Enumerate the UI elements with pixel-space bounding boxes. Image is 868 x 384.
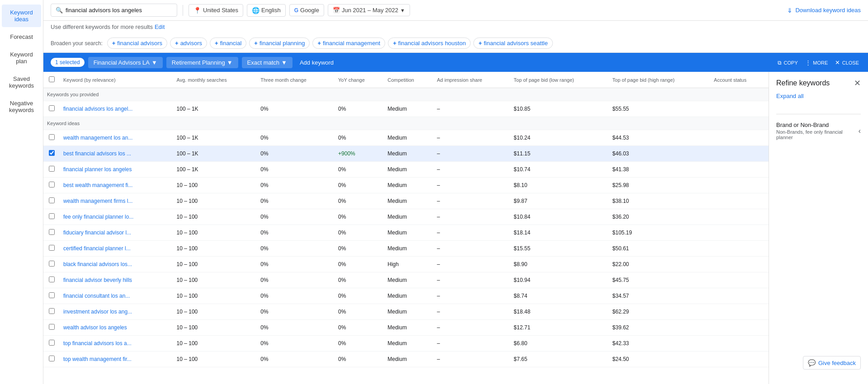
row-checkbox-cell[interactable] [43,225,60,241]
language-label: English [261,7,281,14]
selected-count-badge: 1 selected [51,58,85,67]
search-icon: 🔍 [56,7,63,14]
table-area: Keyword (by relevance) Avg. monthly sear… [43,72,769,384]
edit-link[interactable]: Edit [155,23,165,30]
sidebar-item-keyword-ideas[interactable]: Keyword ideas [2,5,41,27]
give-feedback-button[interactable]: 💬 Give feedback [803,356,861,370]
copy-button[interactable]: ⧉ COPY [776,56,800,68]
row-checkbox[interactable] [49,213,55,219]
row-checkbox[interactable] [49,229,55,235]
col-low-bid: Top of page bid (low range) [510,72,609,88]
broaden-chip-financial-planning[interactable]: + financial planning [249,37,310,49]
match-filter-button[interactable]: Exact match ▼ [242,57,292,68]
engine-selector[interactable]: G Google [289,4,324,16]
high-bid-cell: $25.98 [609,178,711,193]
row-checkbox-cell[interactable] [43,146,60,162]
more-icon: ⋮ [805,59,811,66]
avg-monthly-cell: 10 – 100 [173,351,257,367]
yoy-cell: 0% [335,193,384,209]
row-checkbox[interactable] [49,166,55,172]
broaden-chip-financial[interactable]: + financial [210,37,246,49]
row-checkbox-cell[interactable] [43,178,60,193]
row-checkbox-cell[interactable] [43,320,60,336]
avg-monthly-cell: 10 – 100 [173,193,257,209]
keyword-cell: financial consultant los an... [60,288,173,304]
yoy-cell: 0% [335,178,384,193]
low-bid-cell: $18.14 [510,225,609,241]
yoy-cell: 0% [335,209,384,225]
row-checkbox-cell[interactable] [43,257,60,272]
broaden-chip-financial-advisors-houston[interactable]: + financial advisors houston [388,37,471,49]
low-bid-cell: $11.15 [510,146,609,162]
row-checkbox-cell[interactable] [43,101,60,117]
keyword-cell: investment advisor los ang... [60,304,173,320]
close-button[interactable]: ✕ CLOSE [833,56,861,68]
broaden-chip-financial-advisors-seattle[interactable]: + financial advisors seattle [473,37,552,49]
row-checkbox[interactable] [49,276,55,282]
location-selector[interactable]: 📍 United States [189,4,243,17]
row-checkbox[interactable] [49,150,55,156]
row-checkbox[interactable] [49,105,55,111]
three-month-cell: 0% [257,178,335,193]
avg-monthly-cell: 100 – 1K [173,130,257,146]
keyword-cell: top wealth management fir... [60,351,173,367]
divider-1 [183,5,183,16]
broaden-chip-advisors[interactable]: + advisors [170,37,207,49]
row-checkbox-cell[interactable] [43,241,60,257]
section-label-provided: Keywords you provided [43,88,769,101]
expand-all-button[interactable]: Expand all [776,93,861,99]
sidebar-item-negative-keywords[interactable]: Negative keywords [2,95,41,118]
planning-filter-button[interactable]: Retirement Planning ▼ [166,57,238,68]
broaden-chip-financial-management[interactable]: + financial management [312,37,385,49]
row-checkbox-cell[interactable] [43,130,60,146]
row-checkbox-cell[interactable] [43,209,60,225]
row-checkbox-cell[interactable] [43,193,60,209]
panel-section-subtitle: Non-Brands, fee only financial planner [776,129,859,140]
download-button[interactable]: ⇓ Download keyword ideas [787,7,861,14]
yoy-cell: 0% [335,225,384,241]
row-checkbox[interactable] [49,197,55,203]
panel-chevron-icon[interactable]: ‹ [859,127,861,135]
low-bid-cell: $10.85 [510,101,609,117]
row-checkbox[interactable] [49,261,55,267]
group-filter-button[interactable]: Financial Advisors LA ▼ [88,57,163,68]
search-box[interactable]: 🔍 [51,4,177,17]
row-checkbox-cell[interactable] [43,162,60,178]
account-status-cell [710,101,769,117]
date-range-selector[interactable]: 📅 Jun 2021 – May 2022 ▼ [328,4,410,16]
row-checkbox[interactable] [49,308,55,314]
sidebar-item-saved-keywords[interactable]: Saved keywords [2,71,41,94]
yoy-cell: 0% [335,241,384,257]
row-checkbox[interactable] [49,340,55,346]
table-header-row: Keyword (by relevance) Avg. monthly sear… [43,72,769,88]
row-checkbox[interactable] [49,245,55,251]
row-checkbox[interactable] [49,324,55,330]
planning-label: Retirement Planning [172,59,225,66]
row-checkbox-cell[interactable] [43,336,60,351]
select-all-checkbox[interactable] [49,76,55,82]
row-checkbox[interactable] [49,356,55,361]
row-checkbox-cell[interactable] [43,304,60,320]
language-selector[interactable]: 🌐 English [247,4,286,17]
row-checkbox-cell[interactable] [43,272,60,288]
row-checkbox-cell[interactable] [43,351,60,367]
account-status-cell [710,209,769,225]
select-all-checkbox-header[interactable] [43,72,60,88]
low-bid-cell: $6.80 [510,336,609,351]
row-checkbox[interactable] [49,182,55,187]
competition-cell: Medium [384,162,433,178]
row-checkbox[interactable] [49,292,55,298]
search-input[interactable] [66,7,156,14]
feedback-icon: 💬 [808,359,816,366]
row-checkbox-cell[interactable] [43,288,60,304]
more-button[interactable]: ⋮ MORE [803,56,830,68]
panel-close-button[interactable]: ✕ [854,79,861,87]
sidebar-item-keyword-plan[interactable]: Keyword plan [2,47,41,69]
ad-impression-cell: – [433,351,510,367]
row-checkbox[interactable] [49,134,55,140]
sidebar-item-label: Forecast [10,33,33,40]
add-keyword-button[interactable]: Add keyword [296,57,337,68]
sidebar-item-forecast[interactable]: Forecast [2,29,41,45]
broaden-chip-financial-advisors[interactable]: + financial advisors [107,37,167,49]
low-bid-cell: $9.87 [510,193,609,209]
